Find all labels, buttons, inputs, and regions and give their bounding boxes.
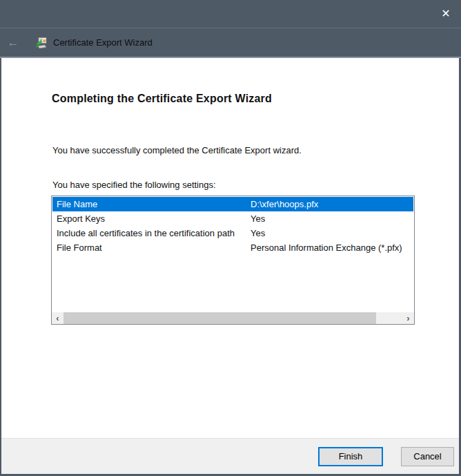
close-icon: ✕: [441, 8, 450, 19]
setting-name: File Format: [52, 240, 251, 255]
certificate-export-icon: [35, 37, 47, 49]
settings-list[interactable]: File NameD:\xfer\hoops.pfxExport KeysYes…: [51, 196, 415, 325]
list-item[interactable]: File FormatPersonal Information Exchange…: [52, 240, 413, 255]
finish-button[interactable]: Finish: [318, 447, 383, 466]
back-arrow-icon: ←: [8, 36, 19, 49]
wizard-page-content: Completing the Certificate Export Wizard…: [1, 58, 459, 438]
cancel-button[interactable]: Cancel: [401, 447, 454, 466]
list-item[interactable]: Include all certificates in the certific…: [52, 226, 413, 240]
wizard-header: ← Certificate Export Wizard: [0, 28, 461, 58]
back-button[interactable]: ←: [1, 28, 25, 57]
completion-message: You have successfully completed the Cert…: [52, 145, 302, 155]
setting-name: File Name: [52, 197, 251, 211]
scroll-right-button[interactable]: ›: [402, 312, 414, 324]
setting-value: Yes: [251, 226, 413, 240]
scroll-left-button[interactable]: ‹: [52, 312, 63, 324]
wizard-header-title: Certificate Export Wizard: [53, 37, 153, 48]
chevron-right-icon: ›: [406, 313, 409, 323]
settings-list-rows: File NameD:\xfer\hoops.pfxExport KeysYes…: [52, 197, 413, 255]
list-item[interactable]: Export KeysYes: [52, 211, 413, 226]
wizard-footer: Finish Cancel: [1, 438, 459, 474]
certificate-export-wizard-window: ✕ ← Certificate Export Wizard Completing…: [0, 0, 461, 476]
settings-label: You have specified the following setting…: [52, 180, 216, 190]
setting-name: Export Keys: [52, 211, 251, 226]
page-heading: Completing the Certificate Export Wizard: [52, 93, 272, 105]
setting-value: Yes: [251, 211, 413, 226]
horizontal-scrollbar[interactable]: ‹ ›: [52, 312, 414, 324]
setting-value: D:\xfer\hoops.pfx: [251, 197, 413, 211]
list-item[interactable]: File NameD:\xfer\hoops.pfx: [52, 197, 413, 211]
setting-name: Include all certificates in the certific…: [52, 226, 251, 240]
close-button[interactable]: ✕: [431, 0, 461, 28]
chevron-left-icon: ‹: [56, 313, 59, 323]
setting-value: Personal Information Exchange (*.pfx): [251, 240, 413, 255]
scrollbar-thumb[interactable]: [63, 312, 376, 324]
titlebar: ✕: [0, 0, 461, 28]
